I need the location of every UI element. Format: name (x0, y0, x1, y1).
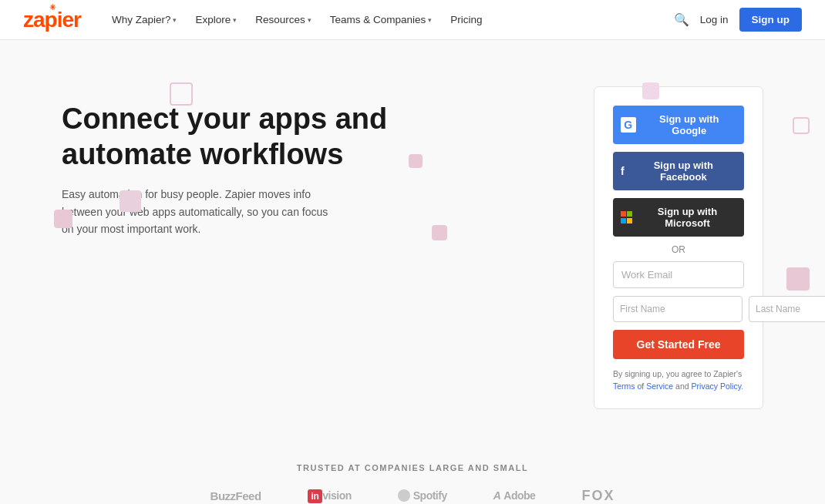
hero-left: Connect your apps and automate workflows… (62, 86, 432, 237)
get-started-button[interactable]: Get Started Free (613, 330, 744, 359)
deco-square-6 (793, 117, 810, 134)
fox-logo: FOX (581, 488, 615, 504)
nav-why-zapier[interactable]: Why Zapier? ▾ (104, 9, 185, 30)
google-icon: G (621, 117, 636, 133)
nav-links: Why Zapier? ▾ Explore ▾ Resources ▾ Team… (104, 9, 674, 30)
search-icon[interactable]: 🔍 (674, 12, 689, 27)
nav-teams[interactable]: Teams & Companies ▾ (322, 9, 440, 30)
hero-subtitle: Easy automation for busy people. Zapier … (62, 186, 339, 237)
microsoft-icon (621, 211, 632, 223)
navbar: ✳ zapier Why Zapier? ▾ Explore ▾ Resourc… (0, 0, 825, 40)
last-name-field[interactable] (749, 296, 825, 322)
nav-signup-button[interactable]: Sign up (739, 8, 803, 32)
facebook-icon: f (621, 165, 625, 177)
signup-google-button[interactable]: G Sign up with Google (613, 106, 744, 144)
chevron-down-icon: ▾ (233, 16, 237, 24)
trusted-label: TRUSTED AT COMPANIES LARGE AND SMALL (0, 463, 825, 472)
login-link[interactable]: Log in (700, 14, 729, 25)
privacy-link[interactable]: Privacy Policy (692, 381, 742, 391)
logos-row: BuzzFeed invision Spotify A Adobe FOX (0, 488, 825, 504)
signup-facebook-button[interactable]: f Sign up with Facebook (613, 152, 744, 190)
deco-square-8 (432, 225, 447, 240)
nav-explore[interactable]: Explore ▾ (187, 9, 244, 30)
chevron-down-icon: ▾ (173, 16, 177, 24)
logo-text: ✳ zapier (23, 8, 81, 32)
deco-square-1 (170, 82, 193, 106)
trusted-section: TRUSTED AT COMPANIES LARGE AND SMALL Buz… (0, 440, 825, 505)
email-field[interactable] (613, 261, 744, 288)
logo[interactable]: ✳ zapier (23, 8, 81, 32)
or-divider: OR (613, 244, 744, 255)
deco-square-7 (786, 267, 810, 291)
name-row (613, 296, 744, 322)
nav-pricing[interactable]: Pricing (443, 9, 490, 30)
deco-square-4 (54, 210, 72, 228)
buzzfeed-logo: BuzzFeed (210, 489, 261, 502)
adobe-logo: A Adobe (493, 489, 536, 502)
nav-resources[interactable]: Resources ▾ (248, 9, 319, 30)
hero-right: G Sign up with Google f Sign up with Fac… (594, 86, 763, 409)
deco-square-3 (409, 154, 423, 168)
spotify-logo: Spotify (398, 489, 447, 502)
chevron-down-icon: ▾ (308, 16, 311, 24)
nav-right: 🔍 Log in Sign up (674, 8, 802, 32)
signup-microsoft-button[interactable]: Sign up with Microsoft (613, 198, 744, 237)
first-name-field[interactable] (613, 296, 742, 322)
hero-title: Connect your apps and automate workflows (62, 102, 432, 172)
hero-section: Connect your apps and automate workflows… (0, 40, 825, 440)
deco-square-5 (120, 190, 141, 212)
deco-square-2 (642, 82, 659, 99)
invision-logo: invision (308, 489, 352, 502)
terms-link[interactable]: Terms of Service (613, 381, 673, 391)
chevron-down-icon: ▾ (428, 16, 432, 24)
signup-form: G Sign up with Google f Sign up with Fac… (594, 86, 763, 409)
terms-text: By signing up, you agree to Zapier's Ter… (613, 368, 744, 393)
